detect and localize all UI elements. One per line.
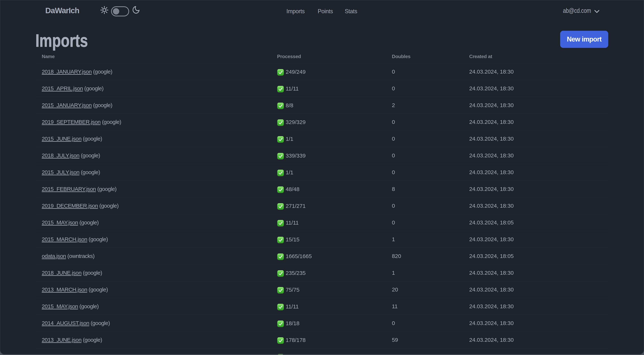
cell-processed: 1665/1665: [271, 248, 386, 265]
processed-count: 1/1: [286, 136, 293, 142]
file-source: (google): [82, 337, 102, 343]
doubles-count: 0: [392, 68, 395, 75]
app-window: DaWarIch Imports Points Stats ab@cd.com …: [0, 0, 644, 355]
cell-processed: 1/1: [271, 130, 386, 147]
cell-name: 2014_AUGUST.json (google): [36, 315, 271, 332]
created-at: 24.03.2024, 18:30: [469, 337, 514, 343]
cell-name: 2018_JULY.json (google): [36, 147, 271, 164]
file-source: (google): [82, 136, 102, 142]
table-row: 2013_MARCH.json (google) 75/75 20 24.03.…: [36, 281, 608, 298]
cell-created-at: 24.03.2024, 18:30: [463, 130, 608, 147]
check-icon: [277, 169, 284, 176]
file-link[interactable]: 2013_JUNE.json: [42, 337, 82, 343]
cell-name: 2015_FEBRUARY.json (google): [36, 181, 271, 197]
table-row: 2015_MAY.json (google) 11/11 11 24.03.20…: [36, 298, 608, 315]
created-at: 24.03.2024, 18:30: [469, 119, 514, 125]
processed-count: 48/48: [286, 186, 300, 192]
file-link[interactable]: 2019_DECEMBER.json: [42, 203, 98, 209]
cell-processed: 339/339: [271, 147, 386, 164]
file-link[interactable]: 2013_MARCH.json: [42, 287, 87, 293]
processed-count: 11/11: [286, 220, 299, 226]
cell-name: 2018_JUNE.json (google): [36, 265, 271, 281]
main-content: Imports New import Name Processed Double…: [36, 0, 608, 355]
cell-created-at: 24.03.2024, 18:30: [463, 97, 608, 114]
file-source: (google): [92, 102, 112, 108]
cell-created-at: 24.03.2024, 18:30: [463, 63, 608, 80]
check-icon: [277, 186, 284, 193]
file-link[interactable]: 2015_JUNE.json: [42, 136, 82, 142]
cell-name: 2015_MARCH.json (google): [36, 231, 271, 248]
cell-name: 2015_JANUARY.json (google): [36, 97, 271, 114]
cell-name: 2019_DECEMBER.json (google): [36, 197, 271, 214]
check-icon: [277, 203, 284, 210]
cell-name: 2015_APRIL.json (google): [36, 80, 271, 97]
file-source: (owntracks): [66, 253, 94, 259]
file-source: (google): [80, 169, 100, 175]
check-icon: [277, 86, 284, 93]
file-link[interactable]: odata.json: [42, 253, 66, 259]
cell-name: 2018_JANUARY.json (google): [36, 63, 271, 80]
file-source: (google): [89, 320, 110, 326]
cell-doubles: [386, 348, 463, 355]
cell-name: 2015_JULY.json (google): [36, 164, 271, 181]
cell-processed: [271, 348, 386, 355]
table-row: 2015_FEBRUARY.json (google) 48/48 8 24.0…: [36, 181, 608, 197]
cell-created-at: 24.03.2024, 18:30: [463, 231, 608, 248]
doubles-count: 1: [392, 270, 395, 276]
processed-count: 1/1: [286, 169, 293, 175]
cell-doubles: 0: [386, 63, 463, 80]
check-icon: [277, 253, 284, 260]
created-at: 24.03.2024, 18:30: [469, 68, 514, 75]
processed-count: 235/235: [286, 270, 306, 276]
created-at: 24.03.2024, 18:30: [469, 303, 514, 309]
file-link[interactable]: 2014_AUGUST.json: [42, 320, 89, 326]
file-link[interactable]: 2019_SEPTEMBER.json: [42, 119, 100, 125]
cell-name: 2013_JUNE.json (google): [36, 332, 271, 348]
file-source: (google): [87, 287, 108, 293]
file-link[interactable]: 2015_MAY.json: [42, 219, 78, 226]
table-row: 2019_DECEMBER.json (google) 271/271 0 24…: [36, 197, 608, 214]
check-icon: [277, 337, 284, 344]
doubles-count: 0: [392, 320, 395, 326]
file-link[interactable]: 2018_JUNE.json: [42, 270, 82, 276]
cell-doubles: 0: [386, 214, 463, 231]
created-at: 24.03.2024, 18:30: [469, 287, 514, 293]
file-link[interactable]: 2018_JANUARY.json: [42, 68, 92, 75]
file-link[interactable]: 2015_JULY.json: [42, 169, 80, 175]
file-link[interactable]: 2015_FEBRUARY.json: [42, 186, 96, 192]
column-header-created-at: Created at: [463, 46, 608, 63]
cell-created-at: 24.03.2024, 18:30: [463, 281, 608, 298]
cell-processed: 15/15: [271, 231, 386, 248]
column-header-processed: Processed: [271, 46, 386, 63]
cell-name: 2015_MAY.json (google): [36, 214, 271, 231]
created-at: 24.03.2024, 18:30: [469, 236, 514, 242]
cell-doubles: 0: [386, 315, 463, 332]
cell-doubles: 820: [386, 248, 463, 265]
file-source: (google): [83, 85, 104, 91]
processed-count: 15/15: [286, 236, 300, 243]
check-icon: [277, 354, 284, 355]
doubles-count: 8: [392, 186, 395, 192]
file-link[interactable]: 2015_APRIL.json: [42, 85, 83, 91]
file-link[interactable]: 2015_JANUARY.json: [42, 102, 92, 108]
check-icon: [277, 102, 284, 109]
file-link[interactable]: 2015_MARCH.json: [42, 236, 87, 242]
table-row: 2018_JULY.json (google) 339/339 0 24.03.…: [36, 147, 608, 164]
processed-count: 271/271: [286, 203, 306, 209]
processed-count: 178/178: [286, 337, 306, 343]
cell-name: 2013_MARCH.json (google): [36, 281, 271, 298]
cell-doubles: 59: [386, 332, 463, 348]
file-link[interactable]: 2015_MAY.json: [42, 303, 78, 309]
cell-processed: 8/8: [271, 97, 386, 114]
cell-created-at: 24.03.2024, 18:30: [463, 265, 608, 281]
cell-processed: 75/75: [271, 281, 386, 298]
created-at: 24.03.2024, 18:30: [469, 169, 514, 175]
created-at: 24.03.2024, 18:05: [469, 253, 514, 259]
created-at: 24.03.2024, 18:30: [469, 270, 514, 276]
file-link[interactable]: 2018_JULY.json: [42, 152, 80, 158]
check-icon: [277, 69, 284, 76]
doubles-count: 2: [392, 102, 395, 108]
check-icon: [277, 153, 284, 160]
new-import-button[interactable]: New import: [560, 31, 608, 48]
table-row: 2015_APRIL.json (google) 11/11 0 24.03.2…: [36, 80, 608, 97]
